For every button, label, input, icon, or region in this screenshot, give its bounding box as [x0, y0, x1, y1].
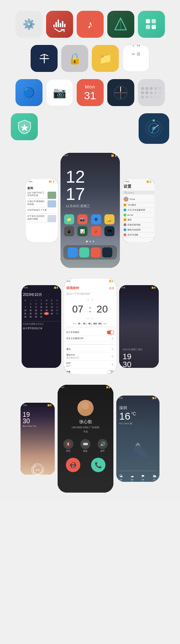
status-icons-news: 📶🔋 — [49, 181, 55, 183]
call-action-speaker[interactable]: 🔊 扬声 — [95, 439, 110, 452]
circle-timer-svg — [144, 119, 164, 138]
status-bar-call: 9:41 📶🔋 — [58, 385, 113, 389]
forecast-mon: 🌤 16° MON — [119, 474, 123, 482]
settings-ui: 设置 🔍 Search YiYue 飞行模式 今天 天空流量管理 — [123, 184, 154, 238]
call-action-mute[interactable]: 🔇 静音 — [61, 439, 76, 452]
icon-grid-app[interactable] — [138, 11, 165, 38]
status-icons-call: 📶🔋 — [106, 386, 111, 388]
alarm-day-mon: 周一 — [78, 323, 82, 325]
alarm-day-thu: 周四 — [93, 323, 97, 325]
weather-forecast: 🌤 16° MON ☁ 15° TUE 🌧 14° — [119, 471, 157, 482]
forecast-temp-tue: 15° — [131, 479, 134, 481]
settings-item-7: 音乐与演奏 — [123, 233, 154, 238]
svg-rect-4 — [146, 25, 150, 29]
icon-calendar[interactable]: Mon 31 — [77, 79, 104, 106]
status-icons-lock: 📶🔋 — [48, 404, 52, 406]
dock-icon-2 — [79, 247, 89, 257]
cal-month-title: 2019年10月 — [23, 292, 60, 297]
icon-compass[interactable] — [107, 79, 134, 106]
settings-item-6: 键知与信息档 — [123, 228, 154, 233]
cal-day-31: 31 — [39, 315, 44, 318]
forecast-day-label-wed: WED — [141, 481, 145, 482]
weather-unit: °C — [131, 411, 136, 416]
icon-shield[interactable] — [11, 113, 38, 140]
status-time-alarm: 9:41 — [67, 280, 71, 282]
alarm-option-1: 通知 — [66, 346, 114, 352]
icon-settings[interactable]: ⚙️ — [15, 11, 42, 38]
forecast-icon-wed: 🌧 — [141, 474, 145, 478]
status-time-calendar: 9:41 — [24, 287, 28, 289]
alarm-time-display: 08 21 — [66, 298, 114, 301]
answer-call-btn[interactable]: 📞 — [91, 458, 105, 472]
dark-right-screen: 9:41 📶🔋 9月24日 星期三 惠水 19 30 — [119, 285, 159, 368]
alarm-add-btn[interactable]: 新增 — [109, 287, 114, 290]
speaker-btn-circle: 🔊 — [98, 439, 108, 449]
status-bar-center: 12:17 📶🔋 — [60, 153, 120, 157]
center-date: 11月26日 星期三 — [66, 204, 114, 209]
forecast-day-label-thu: THU — [153, 481, 156, 482]
icon-calculator[interactable]: + × − = — [122, 45, 149, 72]
calendar-screen: 9:41 📶🔋 2019年10月 日 一 二 三 四 — [22, 285, 61, 368]
cal-day-18: 18 — [44, 309, 49, 312]
forecast-day-label-tue: TUE — [130, 481, 134, 482]
chevron-right-3 — [111, 355, 114, 358]
dock-icon-1 — [68, 247, 78, 257]
dots-grid — [138, 83, 165, 102]
status-time-center: 12:17 — [63, 154, 68, 157]
icon-circle-timer[interactable] — [139, 113, 169, 144]
status-bar-calendar: 9:41 📶🔋 — [22, 285, 61, 289]
settings-dot-3 — [123, 214, 126, 216]
chevron-right-4 — [111, 363, 114, 366]
end-call-btn[interactable]: 📵 — [66, 458, 80, 472]
alarm-option-label-2: 通知方式 — [66, 353, 79, 357]
icon-vpn[interactable] — [31, 45, 58, 72]
icon-files[interactable]: 📁 — [92, 45, 119, 72]
phone-calendar: 9:41 📶🔋 2019年10月 日 一 二 三 四 — [22, 285, 61, 368]
icon-camera[interactable]: 📷 — [46, 79, 73, 106]
mini-icon-1: 📁 — [64, 214, 74, 224]
lock-ui: 1930 Mon 9 Nov Thu 98% — [21, 407, 55, 475]
status-bar-settings: 9:41 📶🔋 — [123, 179, 154, 184]
cal-hd-thu: 四 — [44, 299, 49, 302]
cal-day-7: 7 — [23, 306, 28, 309]
calc-equals: = — [137, 50, 141, 58]
compass-svg — [112, 84, 129, 101]
caller-avatar — [77, 400, 94, 416]
call-action-keypad[interactable]: ⌨️ 键盘 — [78, 439, 93, 452]
icon-music[interactable]: ♪ — [77, 11, 104, 38]
cal-day-15: 15 — [28, 309, 33, 312]
icon-dots[interactable] — [138, 79, 165, 106]
icon-blue-settings[interactable]: 🔵 — [15, 79, 42, 106]
cal-day-24: 24 — [39, 312, 44, 315]
icons-row-2: 🔒 📁 + × − = — [5, 41, 175, 76]
icon-lock[interactable]: 🔒 — [61, 45, 88, 72]
alarm-toggle-switch-2[interactable] — [107, 370, 114, 374]
weather-desc: 4°C / 25°C 雨 — [119, 422, 157, 425]
lock-glyph: 🔒 — [61, 45, 88, 72]
cal-days-header: 日 一 二 三 四 五 六 — [23, 299, 60, 302]
status-time-dark: 9:41 — [122, 287, 126, 289]
alarm-hours: 07 — [72, 304, 84, 314]
forecast-wed: 🌧 14° WED — [141, 474, 145, 482]
mountain-svg — [123, 437, 152, 459]
cal-day-13: 13 — [55, 306, 60, 309]
cal-day-11: 11 — [44, 306, 49, 309]
caller-name: 张心歌 — [79, 419, 92, 425]
alarm-text-1: 开定义文案倒计时 — [66, 336, 114, 342]
settings-title: 设置 — [123, 184, 154, 189]
time-big-row: 07 : 20 — [66, 304, 114, 314]
soundmetric-bars — [53, 17, 66, 27]
cal-day-6: 6 — [55, 302, 60, 305]
alarm-toggle-label-2: 重叠 — [66, 370, 71, 374]
svg-point-23 — [82, 402, 89, 410]
cal-event: 9月26日 观察九月廿三 — [23, 321, 60, 325]
icon-altimeter[interactable] — [107, 11, 134, 38]
alarm-toggle-switch-1[interactable] — [107, 330, 114, 334]
weather-temp: 16 — [119, 411, 130, 421]
call-type: 手机 — [83, 430, 88, 434]
cal-day-16: 16 — [33, 309, 39, 312]
forecast-temp-wed: 14° — [141, 479, 144, 481]
icon-soundmetric[interactable] — [46, 11, 73, 38]
forecast-icon-thu: ⛅ — [152, 474, 157, 478]
status-time-weather: 9:41 — [119, 397, 123, 399]
